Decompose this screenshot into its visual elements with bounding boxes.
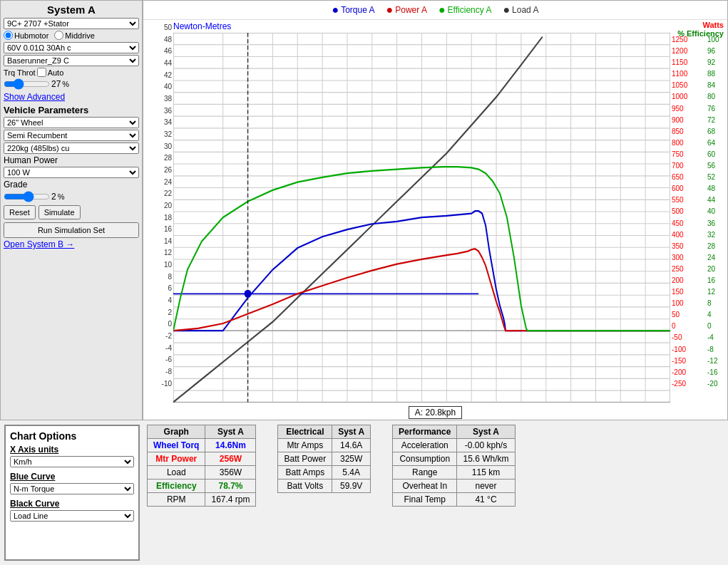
- graph-row4-value: 167.4 rpm: [205, 493, 256, 507]
- legend-load: ● Load A: [503, 4, 538, 16]
- table-row: Range 115 km: [393, 466, 515, 480]
- open-system-link[interactable]: Open System B →: [4, 239, 74, 249]
- graph-table: Graph Syst A Wheel Torq 14.6Nm Mtr Power…: [147, 425, 256, 507]
- elec-row0-value: 14.6A: [332, 439, 371, 452]
- right-axis-labels: Watts % Efficiency: [677, 21, 724, 38]
- grade-row: Grade: [4, 180, 139, 190]
- table-row: Batt Amps 5.4A: [278, 466, 371, 480]
- sidebar: System A 9C+ 2707 +Stator Hubmotor Middr…: [0, 0, 143, 420]
- legend-efficiency: ● Efficiency A: [439, 4, 491, 16]
- perf-col1-header: Performance: [393, 425, 457, 439]
- elec-row0-label: Mtr Amps: [278, 439, 332, 452]
- legend-load-label: Load A: [512, 5, 538, 15]
- middrive-radio-label[interactable]: Middrive: [54, 31, 95, 40]
- graph-row1-value: 256W: [205, 452, 256, 466]
- drive-type-group: Hubmotor Middrive: [4, 31, 139, 40]
- black-curve-label: Black Curve: [10, 499, 134, 509]
- elec-row3-label: Batt Volts: [278, 480, 332, 493]
- graph-row0-label: Wheel Torq: [148, 439, 205, 452]
- trq-label: Trq Throt: [4, 68, 36, 77]
- table-row: Batt Volts 59.9V: [278, 480, 371, 493]
- elec-row2-value: 5.4A: [332, 466, 371, 480]
- perf-row4-value: 41 °C: [457, 493, 515, 507]
- graph-col2-header: Syst A: [205, 425, 256, 439]
- legend-torque-label: Torque A: [341, 5, 374, 15]
- y-axis-right-pct: 100 96 92 88 84 80 76 72 68 64 60 56 52 …: [707, 20, 727, 405]
- grade-label: Grade: [4, 180, 61, 190]
- grade-percent: %: [58, 192, 65, 201]
- grade-slider-row: 2 %: [4, 191, 139, 202]
- wheel-select[interactable]: 26" Wheel: [4, 117, 139, 128]
- chart-area: ● Torque A ● Power A ● Efficiency A ● Lo…: [143, 0, 728, 420]
- auto-checkbox[interactable]: [37, 68, 46, 77]
- elec-col1-header: Electrical: [278, 425, 332, 439]
- bottom-section: Chart Options X Axis units Km/h Blue Cur…: [0, 420, 728, 565]
- perf-row3-label: Overheat In: [393, 480, 457, 493]
- chart-svg[interactable]: 0 5 10 15 20 25 30 35 40 45 50 55 60 65: [173, 33, 670, 405]
- table-row: Batt Power 325W: [278, 452, 371, 466]
- cursor-label-container: A: 20.8kph: [143, 405, 727, 420]
- hubmotor-radio-label[interactable]: Hubmotor: [4, 31, 48, 40]
- x-axis-select[interactable]: Km/h: [10, 456, 134, 467]
- x-axis-label: X Axis units: [10, 445, 134, 455]
- legend-power: ● Power A: [386, 4, 427, 16]
- posture-select[interactable]: Semi Recumbent: [4, 130, 139, 141]
- controller-select[interactable]: Baserunner_Z9 C: [4, 55, 139, 66]
- human-power-select[interactable]: 100 W: [4, 167, 139, 178]
- motor-select[interactable]: 9C+ 2707 +Stator: [4, 18, 139, 29]
- elec-row1-value: 325W: [332, 452, 371, 466]
- chart-options-title: Chart Options: [10, 430, 134, 442]
- trq-slider[interactable]: [4, 78, 50, 90]
- run-simulation-button[interactable]: Run Simulation Set: [4, 222, 139, 238]
- table-row: Final Temp 41 °C: [393, 493, 515, 507]
- perf-row1-value: 15.6 Wh/km: [457, 452, 515, 466]
- graph-row3-label: Efficiency: [148, 480, 205, 493]
- chart-legend: ● Torque A ● Power A ● Efficiency A ● Lo…: [143, 1, 727, 20]
- trq-throttle-row: Trq Throt Auto: [4, 68, 139, 77]
- black-curve-group: Black Curve Load Line: [10, 499, 134, 522]
- table-row: Wheel Torq 14.6Nm: [148, 439, 256, 452]
- blue-curve-label: Blue Curve: [10, 472, 134, 482]
- simulate-button[interactable]: Simulate: [39, 205, 81, 219]
- human-power-label: Human Power: [4, 155, 61, 165]
- grade-slider[interactable]: [4, 191, 50, 202]
- battery-select[interactable]: 60V 0.01Ω 30Ah c: [4, 42, 139, 53]
- trq-percent: %: [62, 80, 69, 88]
- middrive-radio[interactable]: [54, 31, 63, 40]
- action-buttons: Reset Simulate: [4, 205, 139, 219]
- svg-point-52: [245, 290, 252, 298]
- graph-row1-label: Mtr Power: [148, 452, 205, 466]
- legend-torque: ● Torque A: [332, 4, 375, 16]
- perf-row4-label: Final Temp: [393, 493, 457, 507]
- watts-label: Watts: [677, 21, 724, 29]
- graph-row3-value: 78.7%: [205, 480, 256, 493]
- legend-power-dot: ●: [386, 4, 394, 16]
- chart-svg-wrapper[interactable]: Newton-Metres: [173, 20, 670, 405]
- perf-col2-header: Syst A: [457, 425, 515, 439]
- perf-row2-value: 115 km: [457, 466, 515, 480]
- elec-row3-value: 59.9V: [332, 480, 371, 493]
- reset-button[interactable]: Reset: [4, 205, 36, 219]
- weight-select[interactable]: 220kg (485lbs) cu: [4, 142, 139, 154]
- sidebar-title: System A: [4, 4, 139, 16]
- cursor-label: A: 20.8kph: [409, 406, 462, 419]
- vehicle-params-title: Vehicle Parameters: [4, 105, 139, 115]
- y-axis-left: 5048464442403836343230282624222018161412…: [143, 20, 173, 405]
- table-row: RPM 167.4 rpm: [148, 493, 256, 507]
- trq-slider-row: 27 %: [4, 78, 139, 90]
- data-tables: Graph Syst A Wheel Torq 14.6Nm Mtr Power…: [147, 425, 724, 561]
- perf-row0-value: -0.00 kph/s: [457, 439, 515, 452]
- table-row: Consumption 15.6 Wh/km: [393, 452, 515, 466]
- human-power-row: Human Power: [4, 155, 139, 165]
- performance-table: Performance Syst A Acceleration -0.00 kp…: [392, 425, 515, 507]
- black-curve-select[interactable]: Load Line: [10, 510, 134, 522]
- blue-curve-select[interactable]: N-m Torque: [10, 483, 134, 494]
- hubmotor-radio[interactable]: [4, 31, 13, 40]
- legend-torque-dot: ●: [332, 4, 339, 16]
- legend-load-dot: ●: [503, 4, 510, 16]
- graph-col1-header: Graph: [148, 425, 205, 439]
- show-advanced-link[interactable]: Show Advanced: [4, 92, 139, 102]
- elec-col2-header: Syst A: [332, 425, 371, 439]
- electrical-table: Electrical Syst A Mtr Amps 14.6A Batt Po…: [277, 425, 371, 493]
- chart-options-panel: Chart Options X Axis units Km/h Blue Cur…: [4, 425, 140, 561]
